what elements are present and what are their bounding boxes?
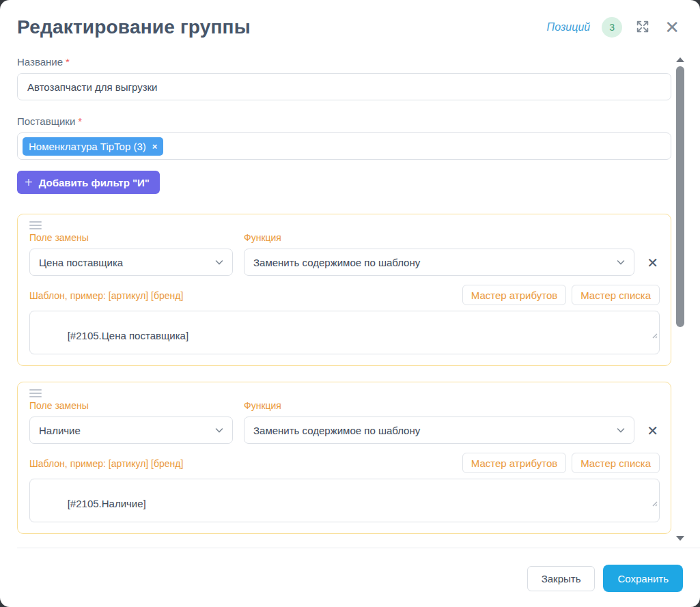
resize-grip-icon[interactable] <box>617 485 658 520</box>
name-input[interactable] <box>17 73 671 100</box>
remove-filter-row-button[interactable]: ✕ <box>645 256 660 270</box>
scroll-up-arrow-icon[interactable] <box>676 57 684 62</box>
function-label: Функция <box>244 400 634 411</box>
required-asterisk: * <box>66 56 70 68</box>
function-column: Функция Заменить содержимое по шаблону <box>244 232 634 276</box>
expand-fullscreen-button[interactable] <box>634 18 652 38</box>
filter-card: Поле замены Наличие Функция Заменить сод… <box>17 382 671 534</box>
remove-filter-row-button[interactable]: ✕ <box>645 424 660 438</box>
function-label: Функция <box>244 232 634 243</box>
attributes-master-button[interactable]: Мастер атрибутов <box>462 285 566 305</box>
name-field-label: Название* <box>17 56 671 68</box>
template-hint-label: Шаблон, пример: [артикул] [бренд] <box>29 290 183 305</box>
replace-field-label: Поле замены <box>29 232 233 243</box>
close-icon: ✕ <box>664 18 680 36</box>
replace-field-column: Поле замены Наличие <box>29 400 233 444</box>
add-filter-and-button[interactable]: + Добавить фильтр "И" <box>17 171 160 194</box>
suppliers-label-text: Поставщики <box>17 115 75 127</box>
add-filter-label: Добавить фильтр "И" <box>39 177 150 188</box>
modal-title: Редактирование группы <box>17 16 251 38</box>
chevron-down-icon <box>214 257 224 269</box>
drag-handle-icon[interactable] <box>29 389 42 397</box>
header-controls: Позиций 3 ✕ <box>547 17 681 38</box>
suppliers-multiselect[interactable]: Номенклатура TipTop (3) × <box>17 132 671 160</box>
modal-footer: Закрыть Сохранить <box>0 548 700 592</box>
list-master-button[interactable]: Мастер списка <box>572 453 660 473</box>
replace-field-label: Поле замены <box>29 400 233 411</box>
chevron-down-icon <box>616 257 626 269</box>
resize-grip-icon[interactable] <box>617 317 658 352</box>
filter-card: Поле замены Цена поставщика Функция Заме… <box>17 214 671 366</box>
chevron-down-icon <box>214 425 224 437</box>
replace-field-select[interactable]: Наличие <box>29 417 233 444</box>
function-select[interactable]: Заменить содержимое по шаблону <box>244 249 634 276</box>
scroll-down-arrow-icon[interactable] <box>676 536 684 541</box>
modal-close-button[interactable]: ✕ <box>663 17 681 38</box>
plus-icon: + <box>25 175 33 189</box>
list-master-button[interactable]: Мастер списка <box>572 285 660 305</box>
template-hint-label: Шаблон, пример: [артикул] [бренд] <box>29 458 183 473</box>
name-label-text: Название <box>17 56 63 68</box>
drag-handle-icon[interactable] <box>29 221 42 229</box>
name-field-group: Название* <box>17 56 671 100</box>
replace-field-value: Цена поставщика <box>39 257 123 268</box>
card-selects-row: Поле замены Наличие Функция Заменить сод… <box>29 400 660 444</box>
required-asterisk: * <box>78 115 82 127</box>
expand-icon <box>635 19 650 36</box>
positions-count-badge: 3 <box>602 17 622 38</box>
edit-group-modal: Редактирование группы Позиций 3 ✕ <box>0 0 700 607</box>
template-value: [#2105.Цена поставщика] <box>68 330 188 341</box>
function-value: Заменить содержимое по шаблону <box>253 257 420 268</box>
chevron-down-icon <box>616 425 626 437</box>
supplier-tag-label: Номенклатура TipTop (3) <box>29 141 146 152</box>
modal-scroll-area: Название* Поставщики* Номенклатура TipTo… <box>0 56 700 548</box>
save-button[interactable]: Сохранить <box>603 565 683 592</box>
suppliers-field-group: Поставщики* Номенклатура TipTop (3) × <box>17 115 671 160</box>
supplier-tag: Номенклатура TipTop (3) × <box>23 137 163 156</box>
attributes-master-button[interactable]: Мастер атрибутов <box>462 453 566 473</box>
template-value: [#2105.Наличие] <box>68 498 146 509</box>
function-select[interactable]: Заменить содержимое по шаблону <box>244 417 634 444</box>
template-toolbar-row: Шаблон, пример: [артикул] [бренд] Мастер… <box>29 285 660 305</box>
modal-header: Редактирование группы Позиций 3 ✕ <box>0 0 700 38</box>
template-buttons: Мастер атрибутов Мастер списка <box>462 453 660 473</box>
replace-field-column: Поле замены Цена поставщика <box>29 232 233 276</box>
function-column: Функция Заменить содержимое по шаблону <box>244 400 634 444</box>
positions-link[interactable]: Позиций <box>547 21 591 33</box>
replace-field-select[interactable]: Цена поставщика <box>29 249 233 276</box>
template-textarea[interactable]: [#2105.Наличие] <box>29 479 660 522</box>
vertical-scrollbar[interactable] <box>675 56 685 545</box>
function-value: Заменить содержимое по шаблону <box>253 425 420 436</box>
template-textarea[interactable]: [#2105.Цена поставщика] <box>29 311 660 354</box>
card-selects-row: Поле замены Цена поставщика Функция Заме… <box>29 232 660 276</box>
suppliers-field-label: Поставщики* <box>17 115 671 127</box>
form-content: Название* Поставщики* Номенклатура TipTo… <box>17 56 671 534</box>
tag-remove-icon[interactable]: × <box>152 142 158 151</box>
replace-field-value: Наличие <box>39 425 81 436</box>
scrollbar-thumb[interactable] <box>676 66 684 327</box>
close-button[interactable]: Закрыть <box>527 566 596 591</box>
template-buttons: Мастер атрибутов Мастер списка <box>462 285 660 305</box>
template-toolbar-row: Шаблон, пример: [артикул] [бренд] Мастер… <box>29 453 660 473</box>
